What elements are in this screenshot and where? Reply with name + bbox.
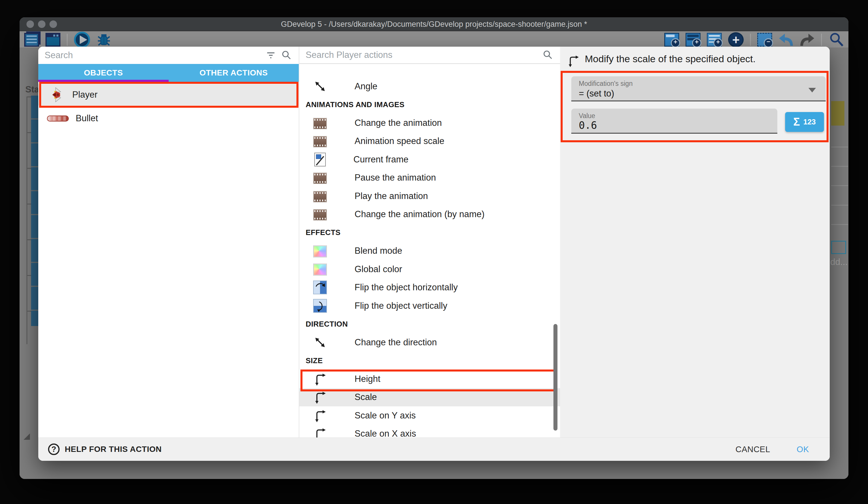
action-group-header: ANIMATIONS AND IMAGES [299, 95, 560, 114]
project-manager-icon[interactable] [24, 33, 39, 47]
action-row-scale-on-y-axis[interactable]: Scale on Y axis [299, 406, 560, 425]
actions-search-input[interactable] [306, 50, 538, 60]
add-truncated-label: dd... [830, 257, 848, 267]
scale-icon [567, 54, 580, 67]
events-corner-decoration [24, 433, 30, 440]
action-row-flip-the-object-horizontally[interactable]: Flip the object horizontally [299, 279, 560, 297]
action-label: Pause the animation [354, 172, 436, 183]
action-row-angle[interactable]: Angle [299, 77, 560, 95]
action-row-global-color[interactable]: Global color [299, 260, 560, 279]
direction-arrow-icon [313, 80, 327, 93]
action-row-change-the-direction[interactable]: Change the direction [299, 333, 560, 352]
titlebar: GDevelop 5 - /Users/dkarakay/Documents/G… [20, 17, 848, 31]
action-group-header: EFFECTS [299, 223, 560, 242]
undo-icon[interactable] [778, 33, 794, 47]
object-label: Player [72, 90, 97, 100]
toolbar-separator [750, 34, 751, 46]
debug-icon[interactable] [96, 33, 111, 47]
scale-icon [313, 372, 327, 386]
action-label: Change the animation [354, 118, 442, 128]
search-icon[interactable] [281, 50, 292, 61]
dialog-footer: ? HELP FOR THIS ACTION CANCEL OK [38, 437, 830, 461]
field-value: 0.6 [579, 120, 597, 131]
action-label: Blend mode [354, 246, 402, 256]
toolbar-right-group [664, 32, 845, 48]
action-label: Global color [354, 264, 402, 274]
add-comment-icon[interactable] [707, 33, 722, 47]
events-rows-decoration [31, 95, 38, 326]
events-outline-decoration [27, 97, 31, 344]
play-icon[interactable] [74, 32, 90, 48]
actions-search-row [299, 47, 560, 64]
action-row-animation-speed-scale[interactable]: Animation speed scale [299, 132, 560, 151]
ok-button[interactable]: OK [797, 445, 809, 454]
tab-other-actions[interactable]: OTHER ACTIONS [169, 64, 299, 82]
actions-scrollbar-thumb[interactable] [554, 324, 557, 431]
toolbar-left-group [24, 32, 111, 48]
flip-h-icon [313, 281, 327, 294]
object-row-player[interactable]: Player [38, 84, 299, 105]
action-label: Scale on X axis [354, 429, 416, 437]
scale-icon [313, 409, 327, 423]
action-label: Scale on Y axis [354, 410, 416, 421]
cancel-button[interactable]: CANCEL [735, 445, 770, 454]
toolbar-separator [821, 34, 822, 46]
action-label: Angle [354, 81, 377, 92]
action-row-play-the-animation[interactable]: Play the animation [299, 187, 560, 205]
film-icon [313, 191, 327, 202]
value-input-field[interactable]: Value 0.6 [571, 109, 777, 134]
object-label: Bullet [76, 113, 98, 123]
action-label: Flip the object horizontally [354, 282, 458, 293]
frame-icon [314, 153, 326, 167]
action-label: Scale [354, 392, 377, 402]
action-detail-panel [560, 47, 830, 437]
action-row-change-the-animation[interactable]: Change the animation [299, 114, 560, 132]
add-subevent-icon[interactable] [685, 33, 701, 47]
action-description: Modify the scale of the specified object… [585, 47, 755, 71]
redo-icon[interactable] [800, 33, 815, 47]
object-row-bullet[interactable]: Bullet [38, 108, 299, 129]
action-label: Play the animation [354, 191, 428, 201]
delete-event-icon[interactable] [757, 33, 772, 47]
active-tab-indicator [38, 80, 169, 82]
help-button[interactable]: ? HELP FOR THIS ACTION [48, 444, 162, 455]
actions-panel: AngleANIMATIONS AND IMAGESChange the ani… [299, 47, 560, 437]
sigma-icon: Σ [793, 116, 800, 128]
add-circle-icon[interactable] [728, 32, 744, 47]
action-group-header: SIZE [299, 352, 560, 370]
flip-v-icon [313, 299, 327, 313]
action-row-flip-the-object-vertically[interactable]: Flip the object vertically [299, 296, 560, 315]
empty-event-decoration [831, 241, 846, 254]
scale-icon [313, 390, 327, 404]
modification-sign-select[interactable]: Modification's sign = (set to) [571, 76, 826, 101]
gdevelop-window: GDevelop 5 - /Users/dkarakay/Documents/G… [20, 17, 848, 479]
tab-objects[interactable]: OBJECTS [38, 64, 169, 82]
add-event-icon[interactable] [664, 33, 679, 47]
open-scene-icon[interactable] [45, 33, 60, 47]
objects-panel: OBJECTS OTHER ACTIONS PlayerBullet [38, 47, 299, 437]
toolbar-separator [67, 34, 68, 46]
action-row-scale[interactable]: Scale [299, 388, 560, 407]
action-label: Change the direction [354, 337, 437, 347]
filter-icon[interactable] [265, 50, 276, 61]
objects-search-input[interactable] [45, 50, 261, 60]
action-detail-header: Modify the scale of the specified object… [560, 47, 830, 71]
objects-search-row [38, 47, 299, 64]
action-row-change-the-animation-by-name[interactable]: Change the animation (by name) [299, 205, 560, 224]
objects-tabs: OBJECTS OTHER ACTIONS [38, 64, 299, 82]
action-row-pause-the-animation[interactable]: Pause the animation [299, 169, 560, 187]
action-label: Change the animation (by name) [354, 209, 484, 220]
action-row-scale-on-x-axis[interactable]: Scale on X axis [299, 425, 560, 438]
action-label: Height [354, 374, 381, 384]
action-row-blend-mode[interactable]: Blend mode [299, 242, 560, 260]
expression-editor-button[interactable]: Σ 123 [785, 112, 824, 132]
action-row-current-frame[interactable]: Current frame [299, 150, 560, 169]
search-icon[interactable] [542, 50, 553, 60]
rainbow-icon [313, 245, 327, 258]
scale-icon [313, 427, 327, 437]
toolbar-search-icon[interactable] [828, 32, 845, 48]
film-icon [313, 118, 327, 129]
film-icon [313, 136, 327, 148]
player-ship-icon [50, 87, 65, 103]
action-row-height[interactable]: Height [299, 370, 560, 388]
